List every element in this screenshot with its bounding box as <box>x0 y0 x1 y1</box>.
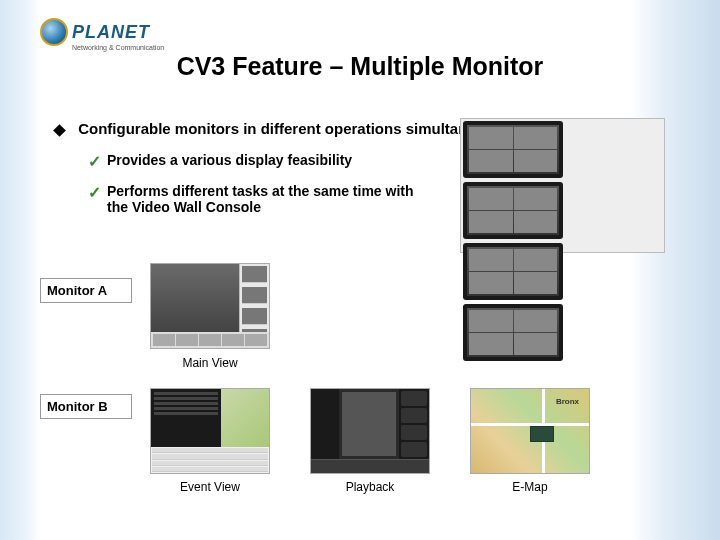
sub-bullet-list: ✓ Provides a various display feasibility… <box>88 152 428 227</box>
slide-title: CV3 Feature – Multiple Monitor <box>0 52 720 81</box>
check-icon: ✓ <box>88 183 101 215</box>
caption-event-view: Event View <box>160 480 260 494</box>
caption-playback: Playback <box>320 480 420 494</box>
main-bullet: Configurable monitors in different opera… <box>55 120 515 137</box>
thumb-main-view <box>150 263 270 349</box>
sub-bullet: ✓ Performs different tasks at the same t… <box>88 183 428 215</box>
thumb-playback <box>310 388 430 474</box>
globe-icon <box>40 18 68 46</box>
check-icon: ✓ <box>88 152 101 171</box>
sub-bullet: ✓ Provides a various display feasibility <box>88 152 428 171</box>
brand-name: PLANET <box>72 22 150 43</box>
thumb-event-view <box>150 388 270 474</box>
brand-logo: PLANET <box>40 18 150 46</box>
main-bullet-text: Configurable monitors in different opera… <box>78 120 515 137</box>
sub-bullet-text: Performs different tasks at the same tim… <box>107 183 428 215</box>
hero-multi-monitor-image <box>460 118 665 253</box>
thumb-emap: Bronx <box>470 388 590 474</box>
diamond-icon <box>53 124 66 137</box>
sub-bullet-text: Provides a various display feasibility <box>107 152 352 171</box>
monitor-b-label: Monitor B <box>40 394 132 419</box>
caption-emap: E-Map <box>480 480 580 494</box>
monitor-a-label: Monitor A <box>40 278 132 303</box>
brand-tagline: Networking & Communication <box>72 44 164 51</box>
emap-area-label: Bronx <box>556 397 579 406</box>
bg-decor-right <box>630 0 720 540</box>
caption-main-view: Main View <box>160 356 260 370</box>
bg-decor-left <box>0 0 40 540</box>
